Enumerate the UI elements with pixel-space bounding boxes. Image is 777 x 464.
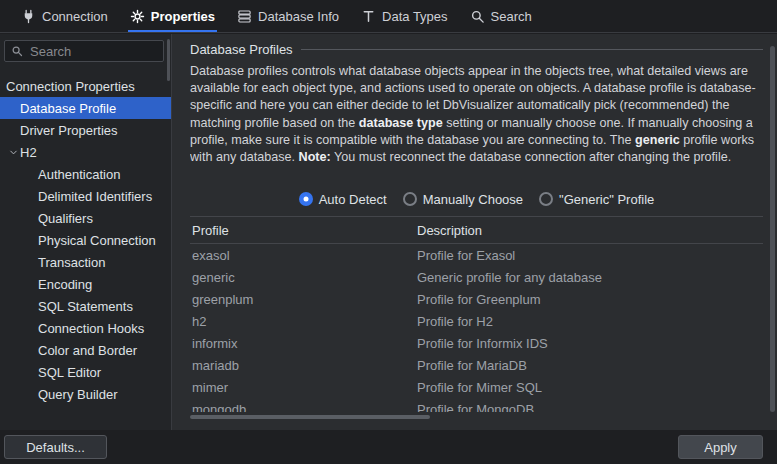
- tree-item-connection-properties[interactable]: Connection Properties: [0, 75, 171, 97]
- tree-item-label: SQL Statements: [38, 299, 133, 314]
- tree-item-physical-connection[interactable]: Physical Connection: [0, 229, 171, 251]
- tree-item-encoding[interactable]: Encoding: [0, 273, 171, 295]
- radio-label: Auto Detect: [319, 192, 387, 207]
- tab-bar: ConnectionPropertiesDatabase InfoData Ty…: [0, 0, 777, 33]
- table-row-h2[interactable]: h2Profile for H2: [190, 310, 763, 332]
- tree-item-label: Physical Connection: [38, 233, 156, 248]
- dbvisualizer-connection-properties-window: ConnectionPropertiesDatabase InfoData Ty…: [0, 0, 777, 464]
- profile-cell: greenplum: [190, 292, 415, 307]
- description-segment: You must reconnect the database connecti…: [331, 150, 731, 164]
- description-cell: Profile for Exasol: [415, 248, 763, 263]
- table-row-informix[interactable]: informixProfile for Informix IDS: [190, 332, 763, 354]
- tab-label: Connection: [42, 9, 108, 24]
- tree-item-label: H2: [20, 145, 37, 160]
- radio-button-icon[interactable]: [403, 192, 417, 206]
- tree-item-label: Encoding: [38, 277, 92, 292]
- main-panel: Database Profiles Database profiles cont…: [172, 34, 777, 430]
- section-divider: [301, 49, 763, 50]
- section-description: Database profiles controls what database…: [190, 63, 765, 185]
- sidebar: Connection PropertiesDatabase ProfileDri…: [0, 34, 172, 430]
- tab-database-info[interactable]: Database Info: [226, 0, 350, 32]
- tree-item-h2[interactable]: H2: [0, 141, 171, 163]
- tree-item-authentication[interactable]: Authentication: [0, 163, 171, 185]
- description-cell: Profile for H2: [415, 314, 763, 329]
- defaults-button[interactable]: Defaults...: [4, 435, 107, 459]
- table-row-exasol[interactable]: exasolProfile for Exasol: [190, 244, 763, 266]
- tab-search[interactable]: Search: [459, 0, 543, 32]
- tree-item-label: Delimited Identifiers: [38, 189, 152, 204]
- tab-connection[interactable]: Connection: [10, 0, 119, 32]
- column-header-profile[interactable]: Profile: [190, 223, 415, 238]
- tab-label: Search: [491, 9, 532, 24]
- search-input[interactable]: [28, 43, 157, 60]
- tree-item-database-profile[interactable]: Database Profile: [0, 97, 171, 119]
- tree-item-label: Driver Properties: [20, 123, 118, 138]
- apply-button[interactable]: Apply: [678, 435, 763, 459]
- column-header-description[interactable]: Description: [415, 223, 763, 238]
- database-info-icon: [237, 9, 252, 24]
- tree-item-label: Transaction: [38, 255, 105, 270]
- radio-generic-profile[interactable]: "Generic" Profile: [539, 192, 654, 207]
- tree-item-label: SQL Editor: [38, 365, 101, 380]
- description-cell: Profile for MariaDB: [415, 358, 763, 373]
- chevron-down-icon[interactable]: [6, 145, 20, 159]
- profile-cell: generic: [190, 270, 415, 285]
- tree-item-label: Qualifiers: [38, 211, 93, 226]
- profile-cell: exasol: [190, 248, 415, 263]
- section-title: Database Profiles: [190, 42, 293, 57]
- radio-button-icon[interactable]: [539, 192, 553, 206]
- table-row-greenplum[interactable]: greenplumProfile for Greenplum: [190, 288, 763, 310]
- tree-item-sql-statements[interactable]: SQL Statements: [0, 295, 171, 317]
- tab-label: Data Types: [382, 9, 448, 24]
- description-bold-segment: Note:: [299, 150, 331, 164]
- radio-manually-choose[interactable]: Manually Choose: [403, 192, 523, 207]
- table-row-generic[interactable]: genericGeneric profile for any database: [190, 266, 763, 288]
- profile-cell: h2: [190, 314, 415, 329]
- tree-item-label: Connection Hooks: [38, 321, 144, 336]
- content-area: Connection PropertiesDatabase ProfileDri…: [0, 34, 777, 430]
- description-cell: Profile for Mimer SQL: [415, 380, 763, 395]
- description-bold-segment: generic: [635, 133, 680, 147]
- description-bold-segment: database type: [359, 116, 443, 130]
- table-horizontal-scrollbar[interactable]: [190, 415, 763, 419]
- tab-properties[interactable]: Properties: [119, 0, 226, 32]
- tree-item-sql-editor[interactable]: SQL Editor: [0, 361, 171, 383]
- tree-item-label: Query Builder: [38, 387, 117, 402]
- tree-item-transaction[interactable]: Transaction: [0, 251, 171, 273]
- tab-label: Properties: [151, 9, 215, 24]
- section-header: Database Profiles: [190, 40, 763, 58]
- radio-label: "Generic" Profile: [559, 192, 654, 207]
- tree-item-delimited-identifiers[interactable]: Delimited Identifiers: [0, 185, 171, 207]
- table-row-mongodb[interactable]: mongodbProfile for MongoDB: [190, 398, 763, 412]
- radio-button-icon[interactable]: [299, 192, 313, 206]
- profile-mode-radio-group: Auto DetectManually Choose"Generic" Prof…: [190, 191, 763, 207]
- tree-item-label: Connection Properties: [6, 79, 135, 94]
- description-cell: Profile for Informix IDS: [415, 336, 763, 351]
- profile-cell: mongodb: [190, 402, 415, 413]
- table-row-mimer[interactable]: mimerProfile for Mimer SQL: [190, 376, 763, 398]
- profile-cell: mariadb: [190, 358, 415, 373]
- description-cell: Profile for MongoDB: [415, 402, 763, 413]
- tree-item-label: Database Profile: [20, 101, 116, 116]
- profile-cell: informix: [190, 336, 415, 351]
- table-body: exasolProfile for ExasolgenericGeneric p…: [190, 244, 763, 412]
- tree-item-driver-properties[interactable]: Driver Properties: [0, 119, 171, 141]
- tree-item-connection-hooks[interactable]: Connection Hooks: [0, 317, 171, 339]
- profiles-table: ProfileDescription exasolProfile for Exa…: [190, 216, 763, 412]
- tab-data-types[interactable]: Data Types: [350, 0, 459, 32]
- tab-label: Database Info: [258, 9, 339, 24]
- tree-item-qualifiers[interactable]: Qualifiers: [0, 207, 171, 229]
- table-header-row: ProfileDescription: [190, 217, 763, 244]
- search-icon: [470, 9, 485, 24]
- tree-item-label: Authentication: [38, 167, 120, 182]
- data-types-icon: [361, 9, 376, 24]
- footer-bar: Defaults... Apply: [0, 430, 777, 464]
- sidebar-search[interactable]: [4, 40, 164, 62]
- properties-icon: [130, 9, 145, 24]
- radio-auto-detect[interactable]: Auto Detect: [299, 192, 387, 207]
- tree-item-color-and-border[interactable]: Color and Border: [0, 339, 171, 361]
- tree-item-query-builder[interactable]: Query Builder: [0, 383, 171, 405]
- main-vertical-scrollbar[interactable]: [770, 46, 775, 412]
- table-row-mariadb[interactable]: mariadbProfile for MariaDB: [190, 354, 763, 376]
- horizontal-scrollbar-thumb[interactable]: [190, 415, 430, 419]
